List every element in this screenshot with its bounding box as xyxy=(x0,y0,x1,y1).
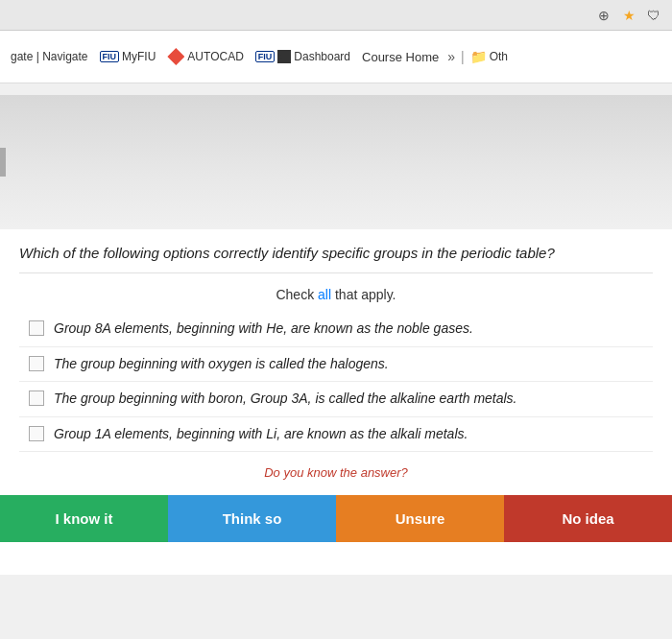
list-item: Group 1A elements, beginning with Li, ar… xyxy=(19,417,653,453)
navigation-bar: gate | Navigate FIU MyFIU AUTOCAD FIU ▪ … xyxy=(0,31,672,83)
nav-gate[interactable]: gate | Navigate xyxy=(8,48,91,65)
list-item: Group 8A elements, beginning with He, ar… xyxy=(19,312,653,347)
do-you-know-prompt: Do you know the answer? xyxy=(19,465,653,480)
options-list: Group 8A elements, beginning with He, ar… xyxy=(19,312,653,452)
option-4-checkbox[interactable] xyxy=(29,426,44,441)
nav-course-home[interactable]: Course Home xyxy=(359,48,442,66)
nav-autocad[interactable]: AUTOCAD xyxy=(164,46,246,67)
nav-myfiu[interactable]: FIU MyFIU xyxy=(97,48,159,65)
side-indicator xyxy=(0,148,6,177)
list-item: The group beginning with oxygen is calle… xyxy=(19,347,653,383)
nav-other-folder[interactable]: 📁 Oth xyxy=(470,49,508,64)
question-section: Which of the following options correctly… xyxy=(0,229,672,480)
nav-more-arrow[interactable]: » xyxy=(447,49,455,64)
decorative-header-area xyxy=(0,95,672,229)
option-3-checkbox[interactable] xyxy=(29,390,44,406)
nav-other-label: Oth xyxy=(490,50,508,63)
nav-gate-label: gate | Navigate xyxy=(11,50,88,63)
option-1-text: Group 8A elements, beginning with He, ar… xyxy=(54,320,473,339)
check-instruction: Check all that apply. xyxy=(19,287,653,302)
autocad-icon xyxy=(167,48,184,65)
check-prefix: Check xyxy=(276,287,318,302)
nav-dashboard-label: Dashboard xyxy=(294,50,350,63)
nav-myfiu-label: MyFIU xyxy=(122,50,156,63)
add-tab-icon[interactable]: ⊕ xyxy=(595,7,612,24)
fiu-badge-2: FIU xyxy=(255,51,276,62)
nav-course-home-label: Course Home xyxy=(362,50,439,64)
check-highlight: all xyxy=(318,287,331,302)
option-2-text: The group beginning with oxygen is calle… xyxy=(54,355,389,374)
know-it-button[interactable]: I know it xyxy=(0,495,168,542)
bookmark-icon[interactable]: ★ xyxy=(620,7,637,24)
option-2-checkbox[interactable] xyxy=(29,356,44,371)
unsure-button[interactable]: Unsure xyxy=(336,495,504,542)
list-item: The group beginning with boron, Group 3A… xyxy=(19,382,653,417)
option-4-text: Group 1A elements, beginning with Li, ar… xyxy=(54,425,468,444)
shield-icon[interactable]: 🛡 xyxy=(645,7,662,24)
option-3-text: The group beginning with boron, Group 3A… xyxy=(54,390,517,409)
think-so-button[interactable]: Think so xyxy=(168,495,336,542)
browser-chrome: ⊕ ★ 🛡 xyxy=(0,0,672,31)
main-content: Which of the following options correctly… xyxy=(0,95,672,575)
nav-separator: | xyxy=(461,49,465,64)
folder-icon: 📁 xyxy=(470,49,487,64)
option-1-checkbox[interactable] xyxy=(29,320,44,336)
no-idea-button[interactable]: No idea xyxy=(504,495,672,542)
check-suffix: that apply. xyxy=(331,287,396,302)
dashboard-icon: ▪ xyxy=(277,50,291,63)
question-text: Which of the following options correctly… xyxy=(19,245,653,273)
nav-dashboard[interactable]: FIU ▪ Dashboard xyxy=(252,48,353,65)
nav-autocad-label: AUTOCAD xyxy=(187,50,243,63)
fiu-badge-1: FIU xyxy=(100,51,120,62)
answer-buttons-row: I know it Think so Unsure No idea xyxy=(0,495,672,542)
